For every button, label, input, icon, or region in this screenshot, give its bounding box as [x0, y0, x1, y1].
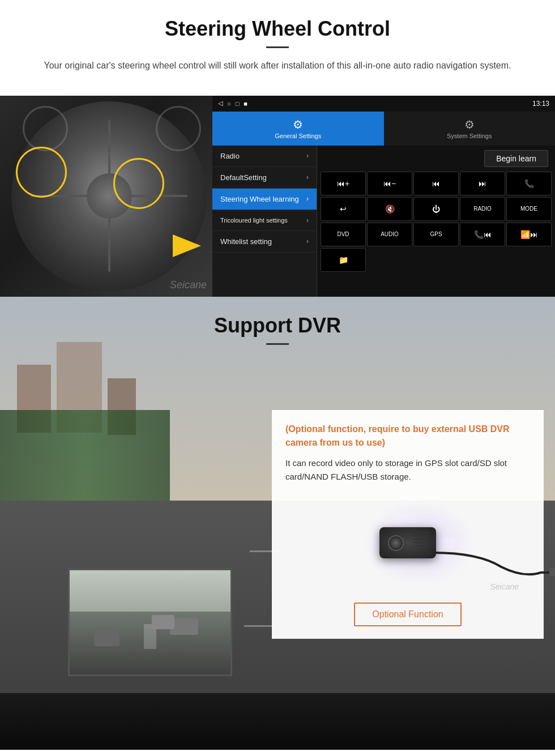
tab-general-label: General Settings	[275, 133, 321, 139]
chevron-icon-active: ›	[306, 195, 309, 203]
camera-device	[379, 527, 436, 558]
mute-btn[interactable]: 🔇	[367, 197, 412, 221]
audio-btn[interactable]: AUDIO	[367, 223, 412, 246]
back-icon: ◁	[218, 100, 223, 107]
menu-steering-label: Steering Wheel learning	[220, 195, 299, 203]
status-bar: ◁ ○ □ ■ 13:13	[212, 96, 555, 112]
begin-learn-button[interactable]: Begin learn	[484, 150, 548, 167]
media-controls-row3: DVD AUDIO GPS 📞⏮ 📶⏭	[317, 223, 555, 246]
thumb-road-lower	[70, 612, 230, 674]
svg-rect-0	[549, 568, 555, 576]
gps-btn[interactable]: GPS	[413, 223, 459, 246]
dvr-desc-text: It can record video only to storage in G…	[285, 456, 530, 484]
settings-content: Radio › DefaultSetting › Steering Wheel …	[212, 146, 555, 297]
dvr-info-panel: (Optional function, require to buy exter…	[272, 410, 544, 639]
chevron-icon: ›	[306, 237, 309, 245]
menu-item-steering-learning[interactable]: Steering Wheel learning ›	[212, 189, 317, 210]
hangup-btn[interactable]: ↩	[321, 197, 366, 221]
thumb-sky	[70, 570, 230, 612]
dvr-section: Support DVR (Optional function, require …	[0, 297, 555, 750]
vol-down-btn[interactable]: ⏮−	[367, 172, 412, 195]
system-icon: ⚙	[464, 118, 475, 131]
radio-btn[interactable]: RADIO	[460, 197, 505, 221]
media-controls-row1: ⏮+ ⏮− ⏮ ⏭ 📞	[317, 172, 555, 195]
gear-icon: ⚙	[293, 118, 303, 131]
vent-2	[413, 535, 430, 536]
mode-btn[interactable]: MODE	[506, 197, 552, 221]
dashboard-area	[0, 693, 555, 750]
vent-3	[413, 539, 430, 540]
circle-highlight-left	[16, 147, 67, 198]
circle-highlight-right	[113, 158, 164, 209]
vent-4	[413, 542, 430, 543]
vol-up-btn[interactable]: ⏮+	[321, 172, 366, 195]
menu-icon: ■	[244, 100, 247, 107]
gauge-right	[156, 106, 201, 151]
thumbnail-scene	[70, 570, 230, 674]
cable-svg	[433, 539, 555, 584]
camera-lens	[388, 535, 404, 551]
optional-function-button[interactable]: Optional Function	[354, 603, 461, 626]
settings-tabs: ⚙ General Settings ⚙ System Settings	[212, 112, 555, 146]
menu-whitelist-label: Whitelist setting	[220, 237, 272, 246]
dvr-camera-image: Seicane	[285, 492, 530, 594]
menu-item-tricoloured[interactable]: Tricoloured light settings ›	[212, 210, 317, 231]
dvr-title: Support DVR	[0, 314, 555, 338]
steering-section: Steering Wheel Control Your original car…	[0, 0, 555, 96]
menu-default-label: DefaultSetting	[220, 173, 267, 182]
recent-icon: □	[236, 100, 240, 107]
menu-tricoloured-label: Tricoloured light settings	[220, 217, 288, 224]
gauge-left	[23, 106, 68, 151]
phone-next-btn[interactable]: 📶⏭	[506, 223, 552, 246]
android-panel: ◁ ○ □ ■ 13:13 ⚙ General Settings ⚙ Syste…	[212, 96, 555, 297]
chevron-icon: ›	[306, 152, 309, 160]
thumb-car-1	[170, 618, 198, 635]
menu-item-whitelist[interactable]: Whitelist setting ›	[212, 231, 317, 253]
vent-1	[413, 532, 430, 533]
phone-prev-btn[interactable]: 📞⏮	[460, 223, 505, 246]
home-icon: ○	[227, 100, 231, 107]
steering-wheel-image: Seicane	[0, 96, 212, 297]
camera-body	[379, 527, 436, 558]
chevron-icon: ›	[306, 216, 309, 224]
dvr-title-area: Support DVR	[0, 297, 555, 353]
controls-panel: Begin learn ⏮+ ⏮− ⏮ ⏭ 📞 ↩ 🔇 ⏻ RADIO MODE	[317, 146, 555, 297]
title-divider	[266, 46, 289, 48]
vent-5	[413, 545, 430, 546]
media-controls-row2: ↩ 🔇 ⏻ RADIO MODE	[317, 197, 555, 221]
menu-radio-label: Radio	[220, 152, 240, 160]
media-controls-row4: 📁	[317, 248, 555, 272]
folder-btn[interactable]: 📁	[321, 248, 366, 272]
arrow-indicator	[173, 234, 201, 257]
begin-learn-row: Begin learn	[317, 146, 555, 172]
thumb-car-3	[94, 630, 119, 646]
phone-btn[interactable]: 📞	[506, 172, 552, 195]
steering-demo: Seicane ◁ ○ □ ■ 13:13 ⚙ General Settings…	[0, 96, 555, 297]
dvd-btn[interactable]: DVD	[321, 223, 366, 246]
tab-system-settings[interactable]: ⚙ System Settings	[384, 112, 556, 146]
menu-item-radio[interactable]: Radio ›	[212, 146, 317, 167]
tab-general-settings[interactable]: ⚙ General Settings	[212, 112, 384, 146]
settings-menu: Radio › DefaultSetting › Steering Wheel …	[212, 146, 317, 297]
next-btn[interactable]: ⏭	[460, 172, 505, 195]
tab-system-label: System Settings	[447, 133, 492, 139]
page-title: Steering Wheel Control	[23, 17, 532, 41]
statusbar-left: ◁ ○ □ ■	[218, 100, 247, 107]
watermark-left: Seicane	[170, 279, 207, 291]
status-time: 13:13	[532, 100, 549, 108]
dvr-preview-thumbnail	[68, 569, 232, 676]
thumb-car-2	[152, 615, 174, 629]
section-subtitle: Your original car's steering wheel contr…	[34, 58, 521, 73]
road-line	[244, 625, 272, 627]
prev-btn[interactable]: ⏮	[413, 172, 459, 195]
dvr-title-divider	[266, 343, 289, 345]
dvr-optional-text: (Optional function, require to buy exter…	[285, 422, 530, 450]
power-btn[interactable]: ⏻	[413, 197, 459, 221]
menu-item-defaultsetting[interactable]: DefaultSetting ›	[212, 167, 317, 189]
chevron-icon: ›	[306, 173, 309, 181]
